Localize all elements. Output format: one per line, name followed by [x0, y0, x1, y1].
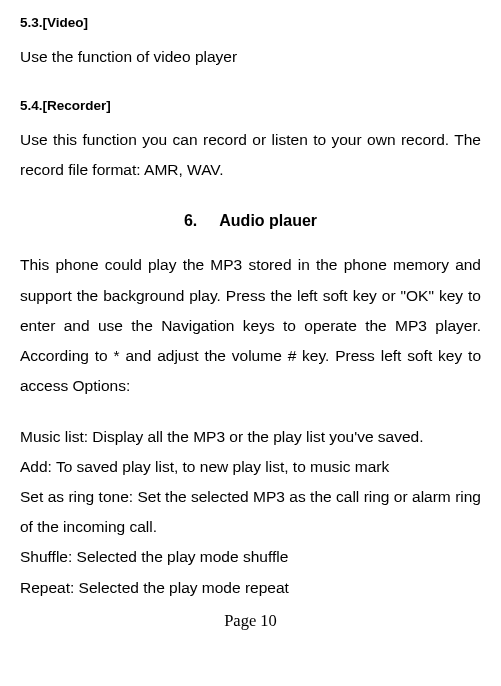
chapter-options: Music list: Display all the MP3 or the p…	[20, 422, 481, 603]
section-heading-video: 5.3.[Video]	[20, 10, 481, 36]
page-footer: Page 10	[20, 605, 481, 637]
chapter-number: 6.	[184, 205, 197, 236]
option-add: Add: To saved play list, to new play lis…	[20, 452, 481, 482]
section-body-video: Use the function of video player	[20, 42, 481, 72]
section-heading-recorder: 5.4.[Recorder]	[20, 93, 481, 119]
option-shuffle: Shuffle: Selected the play mode shuffle	[20, 542, 481, 572]
option-set-ring: Set as ring tone: Set the selected MP3 a…	[20, 482, 481, 542]
chapter-heading: 6.Audio plauer	[20, 205, 481, 236]
option-music-list: Music list: Display all the MP3 or the p…	[20, 422, 481, 452]
section-body-recorder: Use this function you can record or list…	[20, 125, 481, 185]
chapter-title: Audio plauer	[219, 212, 317, 229]
option-repeat: Repeat: Selected the play mode repeat	[20, 573, 481, 603]
chapter-intro: This phone could play the MP3 stored in …	[20, 250, 481, 401]
